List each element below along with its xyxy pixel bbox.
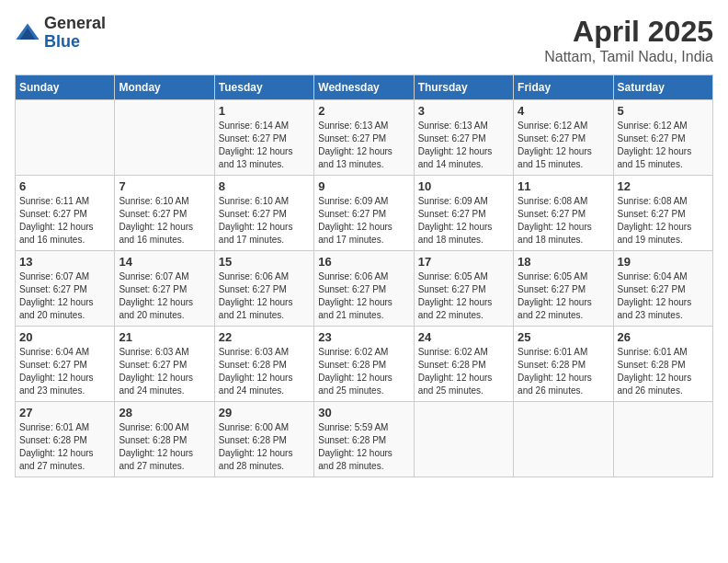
day-info: Sunrise: 6:09 AM Sunset: 6:27 PM Dayligh… [418, 195, 509, 247]
weekday-header: Monday [115, 75, 214, 100]
calendar-cell: 8Sunrise: 6:10 AM Sunset: 6:27 PM Daylig… [214, 176, 313, 251]
day-number: 27 [19, 406, 110, 419]
day-number: 9 [318, 179, 409, 193]
day-number: 20 [19, 330, 110, 344]
calendar-cell: 17Sunrise: 6:05 AM Sunset: 6:27 PM Dayli… [414, 251, 513, 327]
logo-general-text: General [44, 14, 106, 32]
logo: General Blue [15, 15, 106, 52]
day-info: Sunrise: 6:12 AM Sunset: 6:27 PM Dayligh… [618, 120, 709, 171]
day-number: 1 [219, 104, 310, 118]
calendar-cell: 2Sunrise: 6:13 AM Sunset: 6:27 PM Daylig… [314, 100, 414, 176]
day-number: 14 [119, 255, 210, 269]
day-number: 4 [518, 104, 609, 118]
day-number: 29 [219, 406, 310, 419]
calendar-cell: 7Sunrise: 6:10 AM Sunset: 6:27 PM Daylig… [115, 176, 214, 251]
calendar-cell: 6Sunrise: 6:11 AM Sunset: 6:27 PM Daylig… [16, 176, 115, 251]
day-info: Sunrise: 6:12 AM Sunset: 6:27 PM Dayligh… [518, 120, 609, 171]
calendar-table: SundayMondayTuesdayWednesdayThursdayFrid… [15, 75, 713, 477]
calendar-cell: 10Sunrise: 6:09 AM Sunset: 6:27 PM Dayli… [414, 176, 513, 251]
calendar-title: April 2025 [544, 15, 713, 49]
calendar-cell: 23Sunrise: 6:02 AM Sunset: 6:28 PM Dayli… [314, 327, 414, 402]
day-number: 22 [219, 330, 310, 344]
day-number: 15 [219, 255, 310, 269]
day-info: Sunrise: 6:07 AM Sunset: 6:27 PM Dayligh… [119, 270, 210, 322]
calendar-body: 1Sunrise: 6:14 AM Sunset: 6:27 PM Daylig… [16, 100, 713, 477]
calendar-cell [514, 402, 613, 477]
day-info: Sunrise: 6:00 AM Sunset: 6:28 PM Dayligh… [219, 421, 310, 473]
calendar-cell [115, 100, 214, 176]
day-info: Sunrise: 6:00 AM Sunset: 6:28 PM Dayligh… [119, 421, 210, 473]
calendar-cell: 22Sunrise: 6:03 AM Sunset: 6:28 PM Dayli… [214, 327, 313, 402]
day-info: Sunrise: 6:13 AM Sunset: 6:27 PM Dayligh… [318, 120, 409, 171]
calendar-cell: 4Sunrise: 6:12 AM Sunset: 6:27 PM Daylig… [514, 100, 613, 176]
calendar-cell: 20Sunrise: 6:04 AM Sunset: 6:27 PM Dayli… [16, 327, 115, 402]
weekday-header-row: SundayMondayTuesdayWednesdayThursdayFrid… [16, 75, 713, 100]
logo-icon [15, 20, 40, 46]
day-info: Sunrise: 6:04 AM Sunset: 6:27 PM Dayligh… [618, 270, 709, 322]
day-info: Sunrise: 6:03 AM Sunset: 6:28 PM Dayligh… [219, 346, 310, 397]
day-info: Sunrise: 6:05 AM Sunset: 6:27 PM Dayligh… [418, 270, 509, 322]
calendar-week-row: 6Sunrise: 6:11 AM Sunset: 6:27 PM Daylig… [16, 176, 713, 251]
weekday-header: Sunday [16, 75, 115, 100]
day-number: 25 [518, 330, 609, 344]
day-number: 23 [318, 330, 409, 344]
day-info: Sunrise: 6:05 AM Sunset: 6:27 PM Dayligh… [518, 270, 609, 322]
weekday-header: Wednesday [314, 75, 414, 100]
day-number: 24 [418, 330, 509, 344]
calendar-cell: 30Sunrise: 5:59 AM Sunset: 6:28 PM Dayli… [314, 402, 414, 477]
day-info: Sunrise: 6:07 AM Sunset: 6:27 PM Dayligh… [19, 270, 110, 322]
calendar-cell: 28Sunrise: 6:00 AM Sunset: 6:28 PM Dayli… [115, 402, 214, 477]
day-number: 10 [418, 179, 509, 193]
calendar-cell: 19Sunrise: 6:04 AM Sunset: 6:27 PM Dayli… [613, 251, 712, 327]
day-info: Sunrise: 6:01 AM Sunset: 6:28 PM Dayligh… [518, 346, 609, 397]
day-number: 2 [318, 104, 409, 118]
day-number: 8 [219, 179, 310, 193]
day-info: Sunrise: 6:13 AM Sunset: 6:27 PM Dayligh… [418, 120, 509, 171]
day-number: 30 [318, 406, 409, 419]
calendar-cell: 12Sunrise: 6:08 AM Sunset: 6:27 PM Dayli… [613, 176, 712, 251]
day-info: Sunrise: 6:08 AM Sunset: 6:27 PM Dayligh… [518, 195, 609, 247]
logo-blue-text: Blue [44, 32, 80, 51]
weekday-header: Friday [514, 75, 613, 100]
day-info: Sunrise: 6:06 AM Sunset: 6:27 PM Dayligh… [219, 270, 310, 322]
calendar-week-row: 27Sunrise: 6:01 AM Sunset: 6:28 PM Dayli… [16, 402, 713, 477]
calendar-cell: 3Sunrise: 6:13 AM Sunset: 6:27 PM Daylig… [414, 100, 513, 176]
calendar-cell: 9Sunrise: 6:09 AM Sunset: 6:27 PM Daylig… [314, 176, 414, 251]
calendar-cell: 5Sunrise: 6:12 AM Sunset: 6:27 PM Daylig… [613, 100, 712, 176]
day-number: 6 [19, 179, 110, 193]
calendar-cell: 29Sunrise: 6:00 AM Sunset: 6:28 PM Dayli… [214, 402, 313, 477]
calendar-cell: 16Sunrise: 6:06 AM Sunset: 6:27 PM Dayli… [314, 251, 414, 327]
calendar-cell: 27Sunrise: 6:01 AM Sunset: 6:28 PM Dayli… [16, 402, 115, 477]
day-info: Sunrise: 6:14 AM Sunset: 6:27 PM Dayligh… [219, 120, 310, 171]
day-info: Sunrise: 6:04 AM Sunset: 6:27 PM Dayligh… [19, 346, 110, 397]
calendar-cell: 11Sunrise: 6:08 AM Sunset: 6:27 PM Dayli… [514, 176, 613, 251]
calendar-cell: 24Sunrise: 6:02 AM Sunset: 6:28 PM Dayli… [414, 327, 513, 402]
day-info: Sunrise: 6:09 AM Sunset: 6:27 PM Dayligh… [318, 195, 409, 247]
day-info: Sunrise: 6:01 AM Sunset: 6:28 PM Dayligh… [19, 421, 110, 473]
day-info: Sunrise: 6:10 AM Sunset: 6:27 PM Dayligh… [119, 195, 210, 247]
weekday-header: Tuesday [214, 75, 313, 100]
day-number: 26 [618, 330, 709, 344]
day-info: Sunrise: 6:02 AM Sunset: 6:28 PM Dayligh… [318, 346, 409, 397]
calendar-week-row: 20Sunrise: 6:04 AM Sunset: 6:27 PM Dayli… [16, 327, 713, 402]
day-number: 19 [618, 255, 709, 269]
day-number: 12 [618, 179, 709, 193]
calendar-cell: 18Sunrise: 6:05 AM Sunset: 6:27 PM Dayli… [514, 251, 613, 327]
day-number: 16 [318, 255, 409, 269]
day-number: 28 [119, 406, 210, 419]
calendar-cell [613, 402, 712, 477]
day-info: Sunrise: 6:02 AM Sunset: 6:28 PM Dayligh… [418, 346, 509, 397]
day-info: Sunrise: 6:06 AM Sunset: 6:27 PM Dayligh… [318, 270, 409, 322]
day-number: 3 [418, 104, 509, 118]
day-info: Sunrise: 6:08 AM Sunset: 6:27 PM Dayligh… [618, 195, 709, 247]
title-block: April 2025 Nattam, Tamil Nadu, India [544, 15, 713, 65]
weekday-header: Thursday [414, 75, 513, 100]
calendar-cell: 15Sunrise: 6:06 AM Sunset: 6:27 PM Dayli… [214, 251, 313, 327]
calendar-cell: 26Sunrise: 6:01 AM Sunset: 6:28 PM Dayli… [613, 327, 712, 402]
day-info: Sunrise: 6:03 AM Sunset: 6:27 PM Dayligh… [119, 346, 210, 397]
calendar-cell: 1Sunrise: 6:14 AM Sunset: 6:27 PM Daylig… [214, 100, 313, 176]
day-number: 21 [119, 330, 210, 344]
calendar-week-row: 13Sunrise: 6:07 AM Sunset: 6:27 PM Dayli… [16, 251, 713, 327]
calendar-cell [414, 402, 513, 477]
day-number: 11 [518, 179, 609, 193]
